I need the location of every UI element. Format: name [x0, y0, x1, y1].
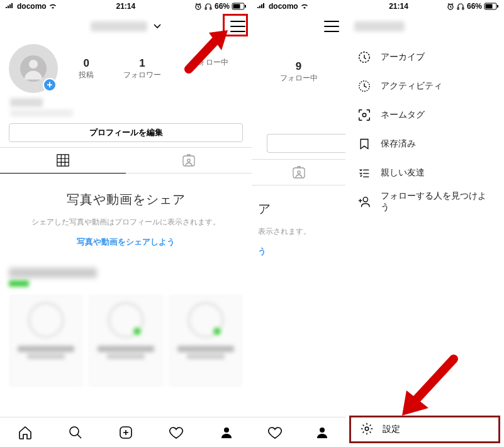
avatar[interactable]: + [9, 44, 58, 93]
peek-button-edge [267, 134, 345, 153]
menu-discover[interactable]: フォローする人を見つけよう [345, 187, 504, 216]
menu-archive[interactable]: アーカイブ [345, 43, 504, 72]
nav-activity[interactable] [168, 424, 184, 441]
profile-tabs [0, 147, 252, 174]
edit-profile-button[interactable]: プロフィールを編集 [9, 123, 243, 142]
svg-point-9 [224, 428, 229, 433]
gear-icon [360, 422, 374, 438]
wifi-icon [48, 3, 57, 9]
stat-following[interactable]: フォロー中 [191, 57, 228, 80]
menu-saved[interactable]: 保存済み [345, 130, 504, 158]
svg-point-20 [363, 197, 367, 202]
empty-cta-link[interactable]: 写真や動画をシェアしよう [9, 236, 243, 248]
svg-point-11 [297, 171, 300, 174]
add-story-icon[interactable]: + [43, 78, 57, 92]
svg-rect-10 [293, 168, 305, 178]
archive-icon [357, 50, 372, 65]
grid-icon [56, 153, 70, 167]
menu-close-friends[interactable]: 親しい友達 [345, 158, 504, 187]
headphone-icon [204, 3, 213, 10]
empty-link-peek[interactable]: う [255, 246, 345, 257]
svg-point-6 [188, 159, 190, 162]
tagged-icon [291, 165, 306, 180]
stat-posts[interactable]: 0投稿 [79, 57, 94, 80]
empty-title-peek: ア [255, 185, 345, 226]
svg-rect-16 [497, 5, 498, 8]
menu-activity[interactable]: アクティビティ [345, 72, 504, 101]
display-name [10, 98, 43, 107]
nametag-icon [357, 108, 372, 123]
suggestion-card[interactable] [89, 294, 162, 387]
empty-sub-peek: 表示されます。 [255, 226, 345, 246]
chevron-down-icon [154, 24, 161, 29]
svg-point-21 [365, 427, 369, 431]
clock: 21:14 [389, 2, 408, 11]
svg-rect-3 [245, 5, 246, 8]
nav-profile[interactable] [314, 424, 330, 441]
suggestions-section [0, 262, 252, 387]
discover-people-icon [357, 194, 372, 209]
signal-icon [5, 3, 15, 9]
menu-settings[interactable]: 設定 [349, 416, 500, 443]
hamburger-menu-button[interactable] [324, 21, 339, 32]
bookmark-icon [357, 136, 372, 152]
empty-subtitle: シェアした写真や動画はプロフィールに表示されます。 [9, 217, 243, 228]
svg-rect-5 [183, 156, 194, 166]
tab-grid[interactable] [0, 148, 126, 174]
battery-pct: 66% [467, 2, 482, 11]
nav-search[interactable] [67, 424, 84, 441]
nav-home[interactable] [17, 424, 33, 441]
username-dropdown[interactable] [91, 21, 161, 31]
svg-point-4 [29, 60, 38, 69]
status-bar: docomo 21:14 66% [0, 0, 252, 13]
activity-icon [357, 79, 372, 94]
suggestion-card[interactable] [9, 294, 82, 387]
svg-point-19 [362, 113, 366, 117]
profile-header [0, 13, 252, 40]
stat-followers[interactable]: 1フォロワー [123, 57, 161, 80]
bottom-nav [0, 417, 252, 447]
suggestion-card[interactable] [169, 294, 243, 387]
battery-icon [232, 3, 247, 10]
empty-title: 写真や動画をシェア [9, 191, 243, 208]
svg-rect-15 [485, 4, 492, 9]
battery-icon [484, 3, 499, 10]
bottom-nav-peek [252, 417, 345, 447]
status-bar: 21:14 66% [345, 0, 504, 13]
svg-point-7 [70, 427, 79, 436]
nav-add[interactable] [118, 424, 134, 441]
username-label [354, 21, 405, 31]
bio [10, 109, 73, 117]
tagged-icon [181, 153, 196, 168]
carrier-label: docomo [17, 2, 47, 11]
battery-pct: 66% [215, 2, 230, 11]
hamburger-menu-button[interactable] [230, 21, 245, 32]
tab-tagged[interactable] [126, 148, 252, 174]
alarm-icon [194, 3, 202, 10]
stat-following-peek[interactable]: 9 フォロー中 [252, 60, 345, 84]
headphone-icon [456, 3, 465, 10]
clock: 21:14 [116, 2, 135, 11]
menu-nametag[interactable]: ネームタグ [345, 101, 504, 130]
annotation-arrow [391, 353, 460, 422]
alarm-icon [447, 3, 454, 10]
status-bar-peek: docomo [252, 0, 345, 13]
svg-point-12 [320, 428, 325, 433]
svg-rect-2 [233, 4, 240, 9]
nav-activity[interactable] [267, 424, 283, 441]
close-friends-icon [357, 165, 372, 180]
nav-profile[interactable] [218, 424, 235, 441]
